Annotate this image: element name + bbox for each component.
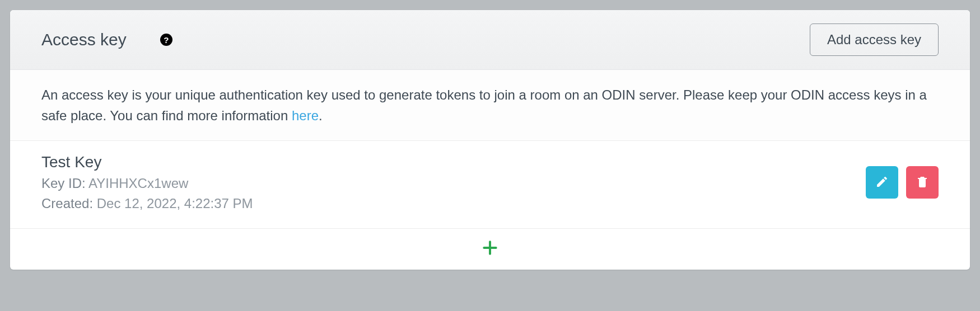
- key-id-value: AYIHHXCx1wew: [88, 176, 188, 191]
- key-name: Test Key: [41, 153, 253, 171]
- add-key-plus-button[interactable]: [481, 239, 499, 258]
- add-row: [10, 229, 970, 270]
- key-info: Test Key Key ID: AYIHHXCx1wew Created: D…: [41, 153, 253, 211]
- key-actions: [866, 166, 939, 199]
- created-line: Created: Dec 12, 2022, 4:22:37 PM: [41, 196, 253, 211]
- plus-icon: [481, 239, 499, 258]
- add-access-key-button[interactable]: Add access key: [810, 23, 939, 56]
- help-icon[interactable]: ?: [160, 34, 172, 46]
- access-key-card: Access key ? Add access key An access ke…: [10, 10, 970, 270]
- key-id-label: Key ID:: [41, 176, 86, 191]
- description-after: .: [319, 108, 323, 123]
- edit-key-button[interactable]: [866, 166, 898, 199]
- trash-icon: [916, 175, 929, 190]
- card-title: Access key: [41, 30, 127, 49]
- delete-key-button[interactable]: [906, 166, 939, 199]
- created-value: Dec 12, 2022, 4:22:37 PM: [97, 196, 253, 211]
- description-text: An access key is your unique authenticat…: [10, 70, 970, 141]
- pencil-icon: [875, 175, 889, 190]
- header-left: Access key ?: [41, 30, 172, 49]
- description-before: An access key is your unique authenticat…: [41, 87, 927, 123]
- key-id-line: Key ID: AYIHHXCx1wew: [41, 176, 253, 191]
- created-label: Created:: [41, 196, 93, 211]
- more-info-link[interactable]: here: [292, 108, 319, 123]
- key-item: Test Key Key ID: AYIHHXCx1wew Created: D…: [10, 141, 970, 229]
- card-header: Access key ? Add access key: [10, 10, 970, 70]
